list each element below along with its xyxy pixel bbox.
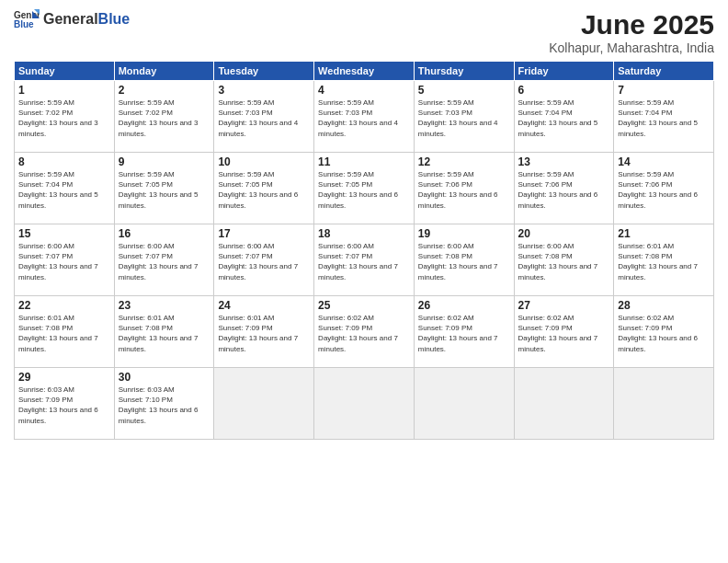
day-number: 2 (119, 84, 210, 97)
day-cell-28: 28 Sunrise: 6:02 AMSunset: 7:09 PMDaylig… (614, 296, 714, 368)
day-number: 7 (618, 84, 710, 97)
day-number: 26 (418, 299, 510, 312)
day-number: 21 (618, 227, 710, 240)
day-cell-30: 30 Sunrise: 6:03 AMSunset: 7:10 PMDaylig… (114, 368, 214, 440)
day-cell-10: 10 Sunrise: 5:59 AMSunset: 7:05 PMDaylig… (214, 153, 314, 224)
day-info: Sunrise: 5:59 AMSunset: 7:05 PMDaylight:… (318, 170, 398, 210)
day-number: 24 (218, 299, 310, 312)
weekday-header-row: Sunday Monday Tuesday Wednesday Thursday… (15, 62, 714, 81)
week-row-3: 15 Sunrise: 6:00 AMSunset: 7:07 PMDaylig… (15, 224, 714, 296)
day-cell-5: 5 Sunrise: 5:59 AMSunset: 7:03 PMDayligh… (414, 81, 514, 153)
day-info: Sunrise: 5:59 AMSunset: 7:03 PMDaylight:… (318, 98, 398, 138)
day-number: 5 (418, 84, 510, 97)
day-number: 13 (518, 155, 610, 168)
day-info: Sunrise: 6:01 AMSunset: 7:08 PMDaylight:… (18, 314, 98, 353)
empty-cell (614, 368, 714, 440)
day-info: Sunrise: 6:00 AMSunset: 7:07 PMDaylight:… (119, 242, 199, 282)
header-thursday: Thursday (414, 62, 514, 81)
day-cell-26: 26 Sunrise: 6:02 AMSunset: 7:09 PMDaylig… (414, 296, 514, 368)
week-row-5: 29 Sunrise: 6:03 AMSunset: 7:09 PMDaylig… (15, 368, 714, 440)
day-cell-18: 18 Sunrise: 6:00 AMSunset: 7:07 PMDaylig… (314, 224, 415, 296)
day-cell-23: 23 Sunrise: 6:01 AMSunset: 7:08 PMDaylig… (114, 296, 214, 368)
day-number: 14 (618, 155, 710, 168)
logo-icon: General Blue (14, 9, 40, 29)
empty-cell (514, 368, 614, 440)
header-sunday: Sunday (15, 62, 115, 81)
day-number: 10 (218, 155, 310, 168)
day-info: Sunrise: 6:01 AMSunset: 7:08 PMDaylight:… (618, 242, 698, 282)
day-number: 4 (318, 84, 410, 97)
day-info: Sunrise: 6:00 AMSunset: 7:07 PMDaylight:… (318, 242, 398, 282)
day-number: 25 (318, 299, 410, 312)
empty-cell (214, 368, 314, 440)
day-cell-20: 20 Sunrise: 6:00 AMSunset: 7:08 PMDaylig… (514, 224, 614, 296)
day-number: 18 (318, 227, 410, 240)
day-number: 22 (18, 299, 110, 312)
calendar-table: Sunday Monday Tuesday Wednesday Thursday… (14, 61, 714, 440)
day-info: Sunrise: 5:59 AMSunset: 7:02 PMDaylight:… (119, 98, 199, 138)
day-info: Sunrise: 6:02 AMSunset: 7:09 PMDaylight:… (418, 314, 498, 353)
day-cell-15: 15 Sunrise: 6:00 AMSunset: 7:07 PMDaylig… (15, 224, 115, 296)
day-info: Sunrise: 5:59 AMSunset: 7:03 PMDaylight:… (218, 98, 298, 138)
day-number: 29 (18, 371, 110, 384)
day-cell-27: 27 Sunrise: 6:02 AMSunset: 7:09 PMDaylig… (514, 296, 614, 368)
empty-cell (414, 368, 514, 440)
day-number: 20 (518, 227, 610, 240)
day-info: Sunrise: 5:59 AMSunset: 7:05 PMDaylight:… (119, 170, 199, 210)
header-tuesday: Tuesday (214, 62, 314, 81)
day-cell-29: 29 Sunrise: 6:03 AMSunset: 7:09 PMDaylig… (15, 368, 115, 440)
svg-text:Blue: Blue (14, 19, 34, 29)
day-info: Sunrise: 5:59 AMSunset: 7:02 PMDaylight:… (18, 98, 98, 138)
day-info: Sunrise: 6:00 AMSunset: 7:08 PMDaylight:… (418, 242, 498, 282)
day-cell-14: 14 Sunrise: 5:59 AMSunset: 7:06 PMDaylig… (614, 153, 714, 224)
header-wednesday: Wednesday (314, 62, 415, 81)
day-number: 8 (18, 155, 110, 168)
day-info: Sunrise: 6:03 AMSunset: 7:10 PMDaylight:… (119, 385, 199, 425)
day-cell-22: 22 Sunrise: 6:01 AMSunset: 7:08 PMDaylig… (15, 296, 115, 368)
day-cell-11: 11 Sunrise: 5:59 AMSunset: 7:05 PMDaylig… (314, 153, 415, 224)
day-cell-4: 4 Sunrise: 5:59 AMSunset: 7:03 PMDayligh… (314, 81, 415, 153)
day-info: Sunrise: 5:59 AMSunset: 7:06 PMDaylight:… (618, 170, 698, 210)
day-cell-24: 24 Sunrise: 6:01 AMSunset: 7:09 PMDaylig… (214, 296, 314, 368)
day-number: 28 (618, 299, 710, 312)
day-info: Sunrise: 5:59 AMSunset: 7:06 PMDaylight:… (418, 170, 498, 210)
day-info: Sunrise: 6:00 AMSunset: 7:07 PMDaylight:… (18, 242, 98, 282)
day-info: Sunrise: 6:02 AMSunset: 7:09 PMDaylight:… (318, 314, 398, 353)
logo-blue: Blue (98, 11, 131, 28)
day-cell-13: 13 Sunrise: 5:59 AMSunset: 7:06 PMDaylig… (514, 153, 614, 224)
day-info: Sunrise: 5:59 AMSunset: 7:06 PMDaylight:… (518, 170, 598, 210)
logo: General Blue General Blue (14, 9, 130, 29)
day-number: 15 (18, 227, 110, 240)
day-info: Sunrise: 6:03 AMSunset: 7:09 PMDaylight:… (18, 385, 98, 425)
day-info: Sunrise: 6:01 AMSunset: 7:09 PMDaylight:… (218, 314, 298, 353)
day-number: 27 (518, 299, 610, 312)
day-cell-2: 2 Sunrise: 5:59 AMSunset: 7:02 PMDayligh… (114, 81, 214, 153)
week-row-1: 1 Sunrise: 5:59 AMSunset: 7:02 PMDayligh… (15, 81, 714, 153)
day-info: Sunrise: 5:59 AMSunset: 7:03 PMDaylight:… (418, 98, 498, 138)
calendar-container: General Blue General Blue June 2025 Kolh… (0, 0, 728, 563)
day-info: Sunrise: 6:02 AMSunset: 7:09 PMDaylight:… (618, 314, 698, 353)
day-cell-1: 1 Sunrise: 5:59 AMSunset: 7:02 PMDayligh… (15, 81, 115, 153)
day-number: 30 (119, 371, 210, 384)
header: General Blue General Blue June 2025 Kolh… (14, 9, 714, 55)
day-cell-19: 19 Sunrise: 6:00 AMSunset: 7:08 PMDaylig… (414, 224, 514, 296)
day-info: Sunrise: 5:59 AMSunset: 7:04 PMDaylight:… (618, 98, 698, 138)
header-monday: Monday (114, 62, 214, 81)
day-number: 16 (119, 227, 210, 240)
day-number: 23 (119, 299, 210, 312)
empty-cell (314, 368, 415, 440)
day-number: 12 (418, 155, 510, 168)
day-cell-17: 17 Sunrise: 6:00 AMSunset: 7:07 PMDaylig… (214, 224, 314, 296)
day-number: 9 (119, 155, 210, 168)
day-info: Sunrise: 5:59 AMSunset: 7:04 PMDaylight:… (18, 170, 98, 210)
day-cell-8: 8 Sunrise: 5:59 AMSunset: 7:04 PMDayligh… (15, 153, 115, 224)
day-cell-3: 3 Sunrise: 5:59 AMSunset: 7:03 PMDayligh… (214, 81, 314, 153)
day-number: 19 (418, 227, 510, 240)
title-block: June 2025 Kolhapur, Maharashtra, India (549, 9, 714, 55)
day-cell-25: 25 Sunrise: 6:02 AMSunset: 7:09 PMDaylig… (314, 296, 415, 368)
day-info: Sunrise: 5:59 AMSunset: 7:04 PMDaylight:… (518, 98, 598, 138)
logo-general: General (43, 11, 98, 28)
logo-wordmark: General Blue (43, 11, 130, 28)
month-year: June 2025 (549, 9, 714, 40)
header-saturday: Saturday (614, 62, 714, 81)
